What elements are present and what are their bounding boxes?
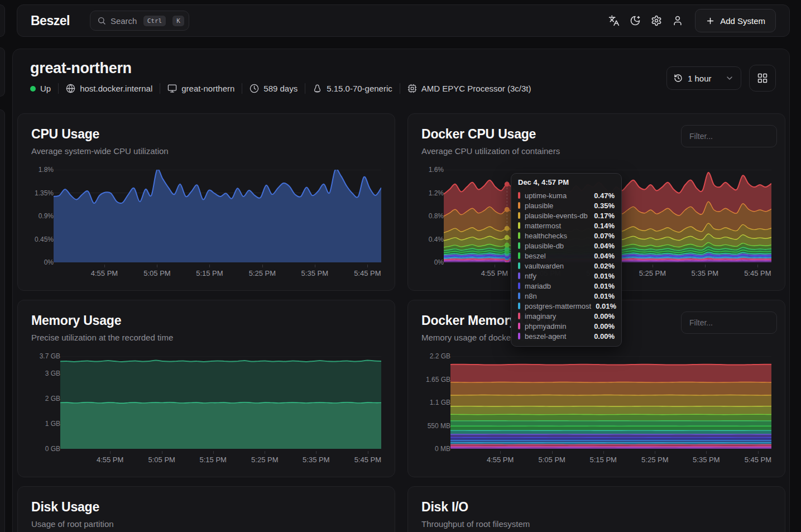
- meta-divider: [58, 83, 59, 94]
- series-color-chip: [518, 323, 520, 329]
- series-color-chip: [518, 272, 520, 279]
- series-color-chip: [518, 293, 520, 299]
- series-name: mattermost: [525, 222, 589, 230]
- time-range-select[interactable]: 1 hour: [666, 66, 741, 90]
- plus-icon: [706, 16, 715, 26]
- docker-memory-filter-input[interactable]: [681, 311, 777, 334]
- series-value: 0.47%: [594, 191, 615, 200]
- series-name: mariadb: [525, 282, 589, 290]
- memory-x-axis: 4:55 PM5:05 PM5:15 PM5:25 PM5:35 PM5:45 …: [60, 451, 381, 466]
- series-name: plausible: [525, 202, 589, 210]
- docker-memory-plot-area: [450, 356, 771, 449]
- cpu-usage-chart[interactable]: 1.8%1.35%0.9%0.45%0% 4:55 PM5:05 PM5:15 …: [31, 170, 381, 279]
- series-value: 0.14%: [594, 222, 615, 230]
- layout-grid-icon: [757, 73, 768, 84]
- series-value: 0.02%: [594, 262, 615, 270]
- beszel-logo[interactable]: Beszel: [31, 13, 70, 28]
- cpu-model-label: AMD EPYC Processor (3c/3t): [421, 84, 531, 93]
- series-value: 0.00%: [594, 322, 615, 330]
- tooltip-row: plausible-db0.04%: [518, 241, 615, 251]
- clock-icon: [250, 84, 259, 93]
- series-name: postgres-mattermost: [525, 302, 591, 310]
- series-color-chip: [518, 252, 520, 259]
- cpu-model-item: AMD EPYC Processor (3c/3t): [407, 84, 531, 93]
- memory-usage-subtitle: Precise utilization at the recorded time: [31, 333, 381, 343]
- series-value: 0.04%: [594, 242, 615, 250]
- user-menu-button[interactable]: [667, 10, 688, 31]
- tooltip-row: ntfy0.01%: [518, 271, 615, 281]
- tooltip-timestamp: Dec 4, 4:57 PM: [518, 178, 615, 186]
- tooltip-row: vaultwarden0.02%: [518, 261, 615, 271]
- tooltip-row: plausible0.35%: [518, 200, 615, 210]
- theme-toggle-button[interactable]: [625, 10, 646, 31]
- tooltip-row: postgres-mattermost0.01%: [518, 301, 615, 311]
- language-button[interactable]: [603, 10, 625, 31]
- series-value: 0.00%: [594, 312, 615, 320]
- tooltip-row: healthchecks0.07%: [518, 231, 615, 241]
- meta-divider: [305, 83, 305, 94]
- tooltip-row: beszel-agent0.00%: [518, 331, 615, 341]
- cpu-usage-title: CPU Usage: [31, 126, 381, 142]
- cpu-usage-subtitle: Average system-wide CPU utilization: [31, 146, 381, 156]
- monitor-icon: [167, 84, 177, 93]
- docker-memory-y-axis: 2.2 GB1.65 GB1.1 GB550 MB0 MB: [421, 356, 450, 449]
- user-icon: [672, 15, 683, 26]
- hostname-item: host.docker.internal: [66, 84, 152, 93]
- layout-grid-button[interactable]: [749, 65, 776, 92]
- series-name: healthchecks: [525, 232, 589, 240]
- settings-button[interactable]: [646, 10, 667, 31]
- docker-cpu-y-axis: 1.6%1.2%0.8%0.4%0%: [421, 170, 444, 262]
- series-name: plausible-events-db: [525, 212, 589, 220]
- series-color-chip: [518, 262, 520, 269]
- offscreen-card-fragment-middle: [0, 47, 5, 97]
- memory-usage-chart[interactable]: 3.7 GB3 GB2 GB1 GB0 GB 4:55 PM5:05 PM5:1…: [31, 356, 381, 466]
- status-badge: Up: [30, 84, 51, 93]
- series-name: imaginary: [525, 312, 589, 320]
- cpu-chip-icon: [407, 84, 417, 93]
- status-label: Up: [40, 84, 51, 93]
- meta-divider: [242, 83, 242, 94]
- gear-icon: [651, 15, 662, 26]
- page-title: great-northern: [30, 61, 531, 76]
- history-clock-icon: [674, 74, 683, 83]
- add-system-button[interactable]: Add System: [695, 9, 776, 32]
- cpu-usage-card: CPU Usage Average system-wide CPU utiliz…: [17, 113, 395, 291]
- moon-icon: [630, 15, 641, 26]
- docker-cpu-filter-input[interactable]: [681, 125, 777, 147]
- disk-usage-card: Disk Usage Usage of root partition: [17, 486, 395, 532]
- system-detail-panel: great-northern Up host.docker.internal: [12, 49, 790, 532]
- disk-usage-subtitle: Usage of root partition: [31, 519, 381, 529]
- header-controls: 1 hour: [666, 65, 776, 92]
- series-name: plausible-db: [525, 242, 589, 250]
- disk-io-title: Disk I/O: [421, 499, 771, 515]
- series-name: n8n: [525, 292, 589, 300]
- kernel-label: 5.15.0-70-generic: [327, 84, 392, 93]
- disk-io-subtitle: Throughput of root filesystem: [421, 519, 771, 529]
- cpu-y-axis: 1.8%1.35%0.9%0.45%0%: [31, 170, 54, 262]
- uptime-item: 589 days: [250, 84, 298, 93]
- memory-usage-card: Memory Usage Precise utilization at the …: [17, 300, 395, 477]
- status-up-dot: [30, 86, 36, 92]
- series-color-chip: [518, 282, 520, 289]
- series-value: 0.17%: [594, 212, 615, 220]
- series-value: 0.01%: [596, 302, 616, 310]
- docker-memory-chart[interactable]: 2.2 GB1.65 GB1.1 GB550 MB0 MB 4:55 PM5:0…: [421, 356, 771, 466]
- tooltip-row: beszel0.04%: [518, 251, 615, 261]
- meta-divider: [160, 83, 160, 94]
- kbd-k: K: [172, 16, 184, 26]
- chevron-down-icon: [725, 74, 734, 83]
- system-name-item: great-northern: [167, 84, 234, 93]
- series-color-chip: [518, 232, 520, 239]
- tooltip-row: plausible-events-db0.17%: [518, 210, 615, 221]
- system-header: great-northern Up host.docker.internal: [13, 49, 789, 94]
- search-input[interactable]: Search Ctrl K: [90, 11, 189, 31]
- series-color-chip: [518, 333, 520, 339]
- series-name: phpmyadmin: [525, 322, 589, 330]
- series-value: 0.01%: [594, 272, 615, 280]
- series-name: beszel: [525, 252, 589, 260]
- series-value: 0.01%: [594, 292, 615, 300]
- tooltip-row: phpmyadmin0.00%: [518, 321, 615, 331]
- series-value: 0.07%: [594, 232, 615, 240]
- tooltip-row: imaginary0.00%: [518, 311, 615, 321]
- kernel-item: 5.15.0-70-generic: [313, 84, 392, 93]
